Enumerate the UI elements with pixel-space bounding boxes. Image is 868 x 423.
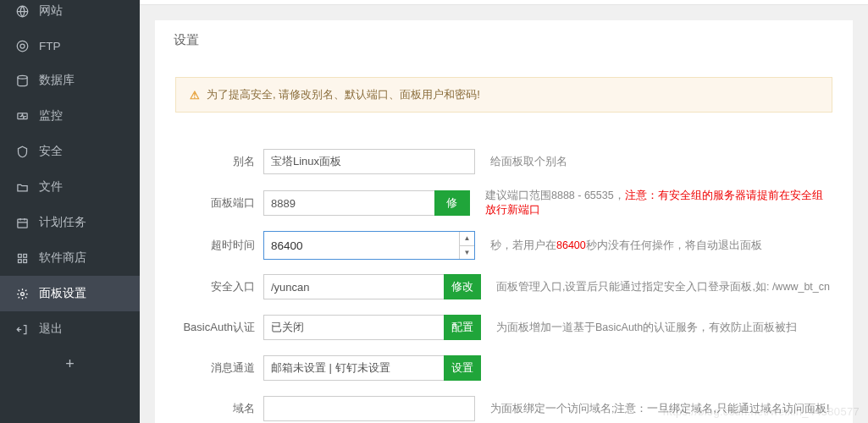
- sidebar-item-label: 安全: [39, 144, 63, 159]
- database-icon: [15, 74, 29, 87]
- row-notify: 消息通道 设置: [175, 354, 832, 382]
- label-port: 面板端口: [175, 195, 263, 211]
- basicauth-input[interactable]: [263, 315, 445, 340]
- label-entrance: 安全入口: [175, 279, 263, 294]
- page-title: 设置: [155, 20, 853, 60]
- sidebar-item-label: 面板设置: [39, 286, 86, 301]
- domain-input[interactable]: [263, 396, 475, 421]
- sidebar-item-security[interactable]: 安全: [0, 134, 140, 169]
- hint-alias: 给面板取个别名: [490, 155, 567, 169]
- sidebar-item-panel-settings[interactable]: 面板设置: [0, 276, 140, 311]
- warning-icon: ⚠: [190, 89, 200, 102]
- sidebar-item-software[interactable]: 软件商店: [0, 240, 140, 276]
- sidebar-item-monitor[interactable]: 监控: [0, 98, 140, 134]
- sidebar-item-files[interactable]: 文件: [0, 169, 140, 205]
- sidebar-item-ftp[interactable]: FTP: [0, 29, 140, 63]
- svg-point-10: [20, 292, 24, 295]
- sidebar-item-label: 计划任务: [39, 215, 86, 230]
- sidebar-item-label: 文件: [39, 179, 63, 195]
- top-toggle-strip: [140, 0, 868, 5]
- sidebar-item-label: 退出: [39, 321, 63, 337]
- sidebar: 网站 FTP 数据库 监控 安全: [0, 0, 140, 423]
- notify-config-button[interactable]: 设置: [444, 355, 481, 381]
- apps-icon: [15, 251, 29, 265]
- svg-rect-5: [17, 219, 26, 228]
- label-basicauth: BasicAuth认证: [175, 320, 263, 335]
- monitor-icon: [15, 109, 29, 123]
- sidebar-item-website[interactable]: 网站: [0, 0, 140, 29]
- sidebar-item-label: 网站: [39, 3, 63, 19]
- row-alias: 别名 给面板取个别名: [175, 148, 832, 175]
- shield-icon: [15, 145, 29, 158]
- sidebar-item-database[interactable]: 数据库: [0, 63, 140, 98]
- label-alias: 别名: [175, 154, 263, 169]
- logout-icon: [15, 322, 29, 336]
- plus-icon: +: [65, 355, 75, 372]
- sidebar-add-button[interactable]: +: [0, 347, 140, 382]
- notify-input[interactable]: [263, 355, 445, 381]
- timeout-input[interactable]: [263, 231, 475, 260]
- label-notify: 消息通道: [175, 360, 263, 376]
- schedule-icon: [15, 216, 29, 229]
- entrance-input[interactable]: [263, 274, 445, 299]
- svg-rect-8: [18, 259, 21, 262]
- alert-text: 为了提高安全, 请修改别名、默认端口、面板用户和密码!: [207, 87, 480, 102]
- row-domain: 域名 为面板绑定一个访问域名;注意：一旦绑定域名,只能通过域名访问面板!: [175, 395, 832, 422]
- row-entrance: 安全入口 修改 面板管理入口,设置后只能通过指定安全入口登录面板,如: /www…: [175, 273, 832, 300]
- spinner-down-icon[interactable]: ▼: [460, 246, 474, 260]
- ftp-icon: [15, 39, 29, 52]
- hint-entrance: 面板管理入口,设置后只能通过指定安全入口登录面板,如: /www_bt_cn: [496, 280, 830, 294]
- spinner-up-icon[interactable]: ▲: [460, 232, 474, 246]
- svg-point-2: [20, 44, 25, 48]
- row-port: 面板端口 修改 建议端口范围8888 - 65535，注意：有安全组的服务器请提…: [175, 189, 832, 217]
- label-domain: 域名: [175, 401, 263, 416]
- entrance-modify-button[interactable]: 修改: [444, 274, 481, 299]
- hint-port: 建议端口范围8888 - 65535，注意：有安全组的服务器请提前在安全组放行新…: [485, 189, 832, 217]
- folder-icon: [15, 180, 29, 194]
- svg-point-1: [17, 41, 28, 52]
- sidebar-item-label: 软件商店: [39, 250, 86, 266]
- gear-icon: [15, 287, 29, 300]
- svg-point-3: [17, 75, 26, 79]
- sidebar-item-label: FTP: [39, 40, 61, 52]
- row-timeout: 超时时间 ▲ ▼ 秒，若用户在86400秒内没有任何操作，将自动退出面板: [175, 231, 832, 260]
- port-input[interactable]: [263, 190, 435, 216]
- main-content: 设置 ⚠ 为了提高安全, 请修改别名、默认端口、面板用户和密码! 别名 给面板取…: [140, 0, 868, 423]
- hint-basicauth: 为面板增加一道基于BasicAuth的认证服务，有效防止面板被扫: [496, 321, 797, 335]
- svg-rect-7: [23, 254, 26, 257]
- basicauth-config-button[interactable]: 配置: [444, 315, 481, 340]
- globe-icon: [15, 4, 29, 18]
- number-spinner[interactable]: ▲ ▼: [459, 232, 474, 259]
- svg-rect-9: [23, 259, 26, 262]
- svg-rect-6: [18, 254, 21, 257]
- sidebar-item-logout[interactable]: 退出: [0, 311, 140, 347]
- sidebar-item-label: 监控: [39, 108, 63, 124]
- row-basicauth: BasicAuth认证 配置 为面板增加一道基于BasicAuth的认证服务，有…: [175, 314, 832, 341]
- hint-timeout: 秒，若用户在86400秒内没有任何操作，将自动退出面板: [490, 239, 762, 253]
- sidebar-item-schedule[interactable]: 计划任务: [0, 205, 140, 240]
- hint-domain: 为面板绑定一个访问域名;注意：一旦绑定域名,只能通过域名访问面板!: [490, 402, 829, 416]
- label-timeout: 超时时间: [175, 238, 263, 253]
- security-alert: ⚠ 为了提高安全, 请修改别名、默认端口、面板用户和密码!: [175, 77, 832, 113]
- sidebar-item-label: 数据库: [39, 73, 75, 88]
- alias-input[interactable]: [263, 149, 475, 174]
- port-modify-button[interactable]: 修改: [434, 190, 470, 216]
- settings-panel: 设置 ⚠ 为了提高安全, 请修改别名、默认端口、面板用户和密码! 别名 给面板取…: [155, 20, 853, 423]
